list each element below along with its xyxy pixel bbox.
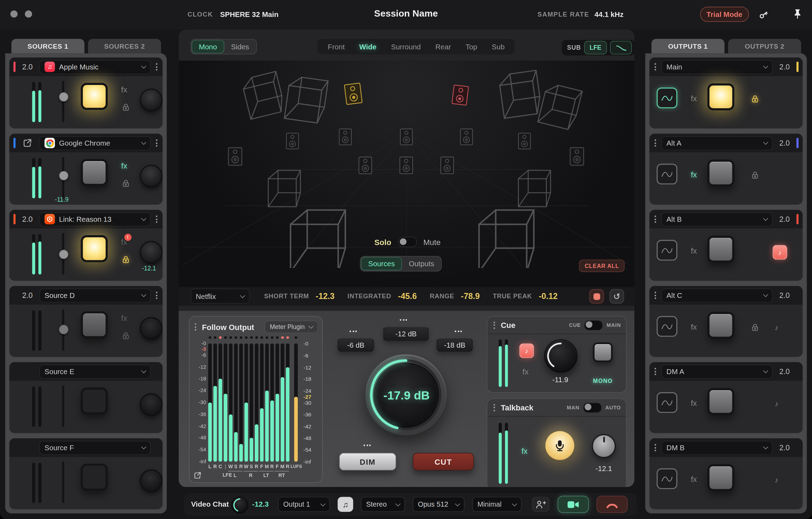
video-chat-output-select[interactable]: Output 1	[278, 497, 330, 512]
pan-knob[interactable]	[140, 165, 163, 188]
solo-mute-toggle[interactable]	[398, 237, 417, 247]
loudness-reset-button[interactable]: ↺	[609, 289, 624, 304]
cut-button[interactable]: CUT	[413, 453, 474, 470]
output-select[interactable]: DM B	[661, 441, 773, 455]
trim-minus12-button[interactable]: -12 dB	[383, 326, 429, 341]
sides-button[interactable]: Sides	[224, 40, 256, 53]
source-select[interactable]: Source E	[39, 365, 151, 379]
volume-fader[interactable]	[59, 81, 68, 122]
output-enable-button[interactable]	[707, 236, 734, 263]
hang-up-button[interactable]	[597, 496, 628, 513]
fx-button[interactable]: fx	[522, 447, 528, 456]
loudness-preset-select[interactable]: Netflix	[191, 288, 250, 304]
source-select[interactable]: Link: Reason 13	[39, 212, 151, 226]
music-source-icon[interactable]: ♪	[775, 476, 778, 484]
lock-icon[interactable]	[122, 179, 130, 188]
video-chat-level-knob[interactable]	[232, 497, 248, 513]
kebab-menu-icon[interactable]	[653, 289, 657, 301]
kebab-menu-icon[interactable]	[492, 402, 496, 413]
pan-knob[interactable]	[140, 469, 163, 492]
fx-button[interactable]: fx	[121, 85, 127, 94]
fx-button[interactable]: fx	[691, 475, 697, 483]
source-select[interactable]: Google Chrome	[39, 136, 151, 150]
cue-mono-button[interactable]	[593, 342, 613, 362]
lock-icon-locked[interactable]	[122, 255, 130, 264]
monitor-path-icon[interactable]	[657, 87, 677, 108]
pan-knob[interactable]	[140, 241, 163, 264]
external-window-icon[interactable]	[20, 138, 35, 147]
source-enable-button[interactable]	[81, 387, 107, 414]
monitor-level-knob[interactable]: -17.9 dB	[365, 354, 446, 435]
music-source-icon[interactable]: ♪	[773, 245, 787, 260]
view-tab-rear[interactable]: Rear	[428, 42, 459, 51]
talkback-man-auto-toggle[interactable]	[583, 402, 602, 413]
output-select[interactable]: Main	[661, 60, 773, 74]
loudness-stop-button[interactable]	[589, 289, 604, 304]
codec-select[interactable]: Opus 512	[413, 497, 465, 512]
license-key-icon[interactable]	[758, 8, 770, 21]
tab-sources-2[interactable]: SOURCES 2	[88, 39, 161, 53]
view-tab-wide[interactable]: Wide	[352, 42, 384, 51]
output-select[interactable]: Alt B	[661, 212, 773, 226]
fx-button[interactable]: fx	[691, 170, 697, 179]
volume-fader[interactable]	[59, 157, 68, 199]
cue-main-toggle[interactable]	[584, 320, 603, 330]
music-share-button[interactable]: ♫	[338, 497, 353, 512]
add-participant-button[interactable]	[532, 497, 549, 512]
fx-button[interactable]: fx!	[121, 237, 127, 246]
lfe-button[interactable]: LFE	[584, 41, 607, 54]
fx-button[interactable]: fx	[691, 322, 697, 331]
options-dots[interactable]	[400, 319, 407, 320]
output-enable-button[interactable]	[707, 464, 734, 491]
lock-icon-locked[interactable]	[751, 95, 759, 103]
options-dots[interactable]	[350, 330, 357, 332]
output-select[interactable]: Alt C	[661, 288, 773, 303]
view-tab-top[interactable]: Top	[458, 42, 484, 51]
talkback-mic-button[interactable]	[545, 431, 574, 460]
music-source-icon[interactable]: ♪	[775, 323, 778, 332]
clear-all-button[interactable]: CLEAR ALL	[579, 260, 625, 272]
kebab-menu-icon[interactable]	[653, 137, 657, 148]
kebab-menu-icon[interactable]	[194, 321, 197, 332]
output-select[interactable]: DM A	[661, 365, 773, 379]
external-window-icon[interactable]	[194, 471, 202, 479]
volume-fader[interactable]	[59, 385, 68, 427]
monitor-path-icon[interactable]	[657, 316, 677, 337]
output-enable-button[interactable]	[707, 160, 734, 187]
source-enable-button[interactable]	[81, 464, 107, 490]
meter-plugin-select[interactable]: Meter Plugin	[265, 321, 318, 333]
options-dots[interactable]	[455, 330, 462, 332]
tab-outputs-2[interactable]: OUTPUTS 2	[728, 39, 801, 53]
lock-icon[interactable]	[751, 323, 759, 332]
sources-mode-button[interactable]: Sources	[361, 257, 402, 270]
video-camera-button[interactable]	[558, 496, 589, 513]
options-dots[interactable]	[364, 445, 371, 446]
volume-fader[interactable]	[59, 309, 68, 351]
kebab-menu-icon[interactable]	[492, 319, 496, 331]
lock-icon[interactable]	[751, 171, 759, 179]
cue-level-knob[interactable]	[544, 339, 577, 372]
trim-minus18-button[interactable]: -18 dB	[437, 338, 473, 352]
view-tab-front[interactable]: Front	[321, 42, 352, 51]
fx-button[interactable]: fx	[121, 313, 127, 322]
monitor-path-icon[interactable]	[657, 468, 677, 489]
kebab-menu-icon[interactable]	[155, 61, 158, 72]
view-tab-surround[interactable]: Surround	[384, 42, 428, 51]
source-select[interactable]: Source F	[39, 441, 151, 455]
fx-button[interactable]: fx	[121, 161, 127, 170]
source-enable-button[interactable]	[81, 159, 107, 186]
lowpass-filter-button[interactable]	[610, 41, 632, 54]
trial-mode-badge[interactable]: Trial Mode	[700, 7, 749, 22]
kebab-menu-icon[interactable]	[653, 61, 657, 72]
source-enable-button[interactable]	[81, 311, 107, 338]
view-tab-sub[interactable]: Sub	[485, 42, 512, 51]
fx-button[interactable]: fx	[691, 246, 697, 255]
outputs-mode-button[interactable]: Outputs	[402, 257, 441, 270]
tab-outputs-1[interactable]: OUTPUTS 1	[651, 39, 724, 53]
music-source-icon[interactable]: ♪	[775, 399, 778, 408]
channel-mode-select[interactable]: Stereo	[361, 497, 405, 512]
fx-button[interactable]: fx	[523, 367, 529, 376]
cue-music-source-button[interactable]: ♪	[519, 343, 534, 358]
kebab-menu-icon[interactable]	[155, 137, 158, 148]
kebab-menu-icon[interactable]	[653, 442, 657, 453]
